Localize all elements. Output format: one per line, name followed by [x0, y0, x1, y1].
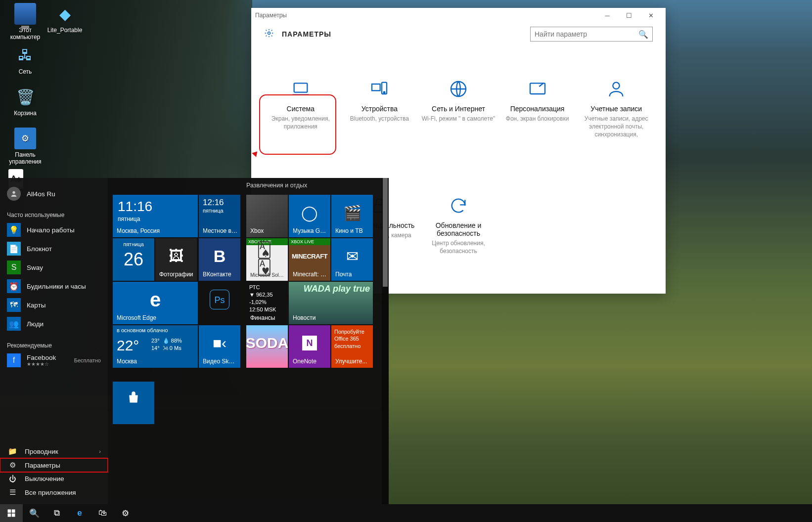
start-menu: All4os Ru Часто используемые 💡Начало раб…: [0, 178, 389, 504]
system-icon: ⚙: [7, 461, 18, 470]
weather-hum: 88%: [171, 338, 182, 344]
category-desc: Wi-Fi, режим " в самолете": [421, 115, 496, 123]
tile-skype[interactable]: ■‹ Видео Skype: [199, 325, 240, 368]
tile-finance[interactable]: РТС ▼ 962,35 -1,02% 12:50 MSK Финансы: [246, 282, 288, 324]
start-scrollbar[interactable]: [382, 178, 389, 504]
frequent-label: Карты: [27, 302, 45, 309]
section-recommended: Рекомендуемые: [0, 340, 108, 351]
desktop-icon-network[interactable]: 🖧 Сеть: [6, 44, 45, 75]
start-user-name: All4os Ru: [27, 190, 55, 198]
desktop-icon-label: Корзина: [6, 110, 45, 117]
taskbar-store-button[interactable]: 🛍: [91, 504, 114, 522]
frequent-item-5[interactable]: 👥Люди: [0, 314, 108, 333]
tile-edge[interactable]: e Microsoft Edge: [113, 282, 198, 324]
desktop-icon-control-panel[interactable]: ⚙ Панель управления: [6, 128, 45, 165]
weather-temp: 22°: [117, 337, 139, 354]
window-close-button[interactable]: ✕: [640, 8, 662, 23]
globe-icon: [448, 78, 469, 100]
office-text: Попробуйте Office 365 бесплатно: [334, 328, 370, 349]
tile-photos[interactable]: 🖼 Фотографии: [155, 238, 197, 281]
start-left-pane: All4os Ru Часто используемые 💡Начало раб…: [0, 178, 108, 504]
tile-store[interactable]: [113, 382, 154, 424]
tile-candy[interactable]: SODA: [246, 325, 288, 368]
category-network[interactable]: Сеть и Интернет Wi-Fi, режим " в самолет…: [419, 75, 498, 167]
start-button[interactable]: [0, 504, 23, 522]
start-tile-area[interactable]: Развлечения и отдых 11:16 пятница Москва…: [108, 178, 389, 504]
tile-minecraft[interactable]: XBOX LIVE MINECRAFT Minecraft: Wi...: [289, 238, 330, 281]
minecraft-icon: MINECRAFT: [292, 253, 327, 260]
frequent-label: Sway: [27, 264, 43, 271]
taskbar-search-button[interactable]: 🔍: [23, 504, 45, 522]
frequent-item-0[interactable]: 💡Начало работы: [0, 220, 108, 239]
category-accounts[interactable]: Учетные записи Учетные записи, адрес эле…: [577, 75, 656, 167]
desktop-icon-this-pc[interactable]: Этот компьютер: [6, 3, 45, 41]
tile-label: ВКонтакте: [203, 271, 237, 278]
candy-icon: SODA: [246, 335, 288, 351]
category-desc: Экран, уведомления, приложения: [263, 115, 338, 130]
titlebar[interactable]: Параметры ─ ☐ ✕: [251, 8, 666, 23]
tile-xbox[interactable]: Xbox: [246, 195, 288, 237]
camera-icon: ■‹: [213, 335, 226, 351]
recommended-facebook[interactable]: f Facebook ★★★★☆ Бесплатно: [0, 351, 108, 370]
tile-photoshop[interactable]: Ps: [199, 282, 240, 324]
tile-clock[interactable]: 11:16 пятница Москва, Россия: [113, 195, 198, 237]
frequent-item-1[interactable]: 📄Блокнот: [0, 239, 108, 258]
tile-label: Музыка Groo...: [293, 227, 327, 234]
category-update[interactable]: Обновление и безопасность Центр обновлен…: [419, 192, 498, 284]
app-icon: S: [7, 261, 21, 274]
tile-solitaire[interactable]: XBOX LIVE 🂡🂱 Microsoft Solitaire Collect…: [246, 238, 288, 281]
tile-label: Финансы: [250, 314, 285, 321]
start-user[interactable]: All4os Ru: [0, 183, 108, 210]
start-bottom-Выключение[interactable]: ⏻Выключение: [0, 472, 108, 485]
start-bottom-Проводник[interactable]: 📁Проводник›: [0, 444, 108, 458]
tile-mail[interactable]: ✉ Почта: [331, 238, 373, 281]
local-time: 12:16: [203, 198, 224, 208]
category-title: Обновление и безопасность: [421, 221, 496, 237]
category-devices[interactable]: Устройства Bluetooth, устройства: [340, 75, 419, 167]
settings-search[interactable]: 🔍: [530, 27, 653, 42]
taskbar-edge-button[interactable]: e: [68, 504, 91, 522]
frequent-label: Люди: [27, 320, 44, 328]
control-panel-icon: ⚙: [14, 128, 36, 149]
tile-office[interactable]: Попробуйте Office 365 бесплатно Улучшите…: [331, 325, 373, 368]
tile-label: OneNote: [293, 358, 327, 365]
tile-music[interactable]: ◯ Музыка Groo...: [289, 195, 330, 237]
category-personalization[interactable]: Персонализация Фон, экран блокировки: [498, 75, 577, 167]
tile-weather[interactable]: в основном облачно 22° 23° 💧 88% 14° 🌬 0…: [113, 325, 198, 368]
tile-label: Новости: [293, 314, 370, 321]
tile-onenote[interactable]: N OneNote: [289, 325, 330, 368]
section-frequent: Часто используемые: [0, 210, 108, 220]
start-bottom-Параметры[interactable]: ⚙Параметры: [0, 458, 108, 472]
frequent-item-3[interactable]: ⏰Будильники и часы: [0, 277, 108, 296]
category-desc: Учетные записи, адрес электронной почты,…: [579, 115, 654, 139]
svg-point-10: [12, 191, 15, 194]
desktop-icon-recycle-bin[interactable]: 🗑️ Корзина: [6, 86, 45, 117]
frequent-item-4[interactable]: 🗺Карты: [0, 296, 108, 314]
tile-label: Кино и ТВ: [335, 227, 370, 234]
taskbar-settings-button[interactable]: ⚙: [114, 504, 136, 522]
tile-calendar[interactable]: пятница 26: [113, 238, 154, 281]
tile-cinema[interactable]: 🎬 Кино и ТВ: [331, 195, 373, 237]
tile-label: Москва, Россия: [117, 227, 195, 234]
tile-news[interactable]: WADA play true Новости: [289, 282, 373, 324]
photoshop-icon: Ps: [210, 290, 229, 309]
window-minimize-button[interactable]: ─: [596, 8, 618, 23]
chevron-right-icon: ›: [99, 448, 101, 454]
start-bottom-Все приложения[interactable]: ☰Все приложения: [0, 485, 108, 499]
tile-local-time[interactable]: 12:16 пятница Местное вре...: [199, 195, 240, 237]
scrollbar-thumb[interactable]: [383, 178, 388, 287]
music-icon: ◯: [301, 204, 318, 221]
tile-label: Xbox: [250, 227, 285, 234]
photos-icon: 🖼: [169, 248, 183, 264]
frequent-item-2[interactable]: SSway: [0, 258, 108, 277]
taskbar-taskview-button[interactable]: ⧉: [45, 504, 68, 522]
tile-vk[interactable]: B ВКонтакте: [199, 238, 240, 281]
category-system[interactable]: Система Экран, уведомления, приложения: [261, 75, 340, 167]
tile-label: Почта: [335, 271, 370, 278]
search-input[interactable]: [535, 30, 638, 38]
desktop-icon-lite-portable[interactable]: ◆ Lite_Portable: [45, 3, 84, 34]
mail-icon: ✉: [346, 248, 359, 265]
weather-wind: 0 Ms: [170, 345, 181, 351]
window-maximize-button[interactable]: ☐: [618, 8, 640, 23]
recommended-label: Facebook: [27, 354, 74, 361]
